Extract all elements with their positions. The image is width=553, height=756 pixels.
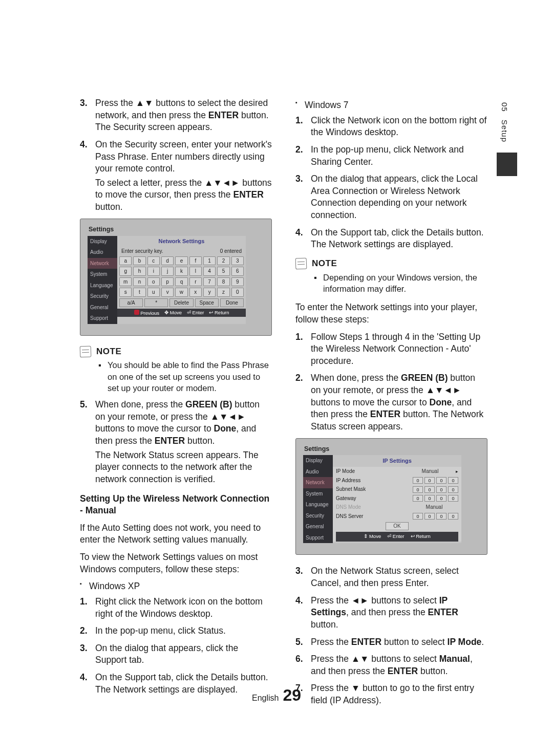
page-footer: English 29 xyxy=(252,686,301,705)
step-number: 5. xyxy=(295,636,306,649)
step-number: 2. xyxy=(80,625,90,637)
key: z xyxy=(217,288,229,297)
note-heading: NOTE xyxy=(295,258,487,270)
key-action: Delete xyxy=(169,298,193,308)
step-text: On the dialog that appears, click the Lo… xyxy=(311,173,487,222)
key: 6 xyxy=(231,267,244,276)
side-chapter: 05 xyxy=(500,102,509,112)
key: l xyxy=(189,267,202,276)
ip-label: DNS Mode xyxy=(336,504,410,511)
step-text: Press the ▼ button to go to the first en… xyxy=(311,682,487,706)
list-item: 3.On the dialog that appears, click the … xyxy=(80,642,272,666)
ip-value: 0000 xyxy=(413,513,458,520)
entered-count: 0 entered xyxy=(220,248,242,255)
ip-octet: 0 xyxy=(413,495,423,502)
list-item: 2.In the pop-up menu, click Status. xyxy=(80,625,272,637)
note-icon xyxy=(80,346,92,358)
note-label: NOTE xyxy=(312,258,337,270)
note-icon xyxy=(295,258,307,270)
legend-item: ⇕ Move xyxy=(364,533,381,540)
ip-octet: 0 xyxy=(448,486,458,493)
on-screen-keyboard: abcdef123ghijkl456mnopqr789stuvwxyz0a/A*… xyxy=(117,256,246,317)
key: d xyxy=(161,256,174,266)
step-text: On the Support tab, click the Details bu… xyxy=(95,672,272,696)
step-number: 4. xyxy=(80,139,90,213)
ip-value: 0000 xyxy=(413,477,458,484)
ip-octet: 0 xyxy=(436,486,446,493)
key: 4 xyxy=(203,267,216,276)
key: g xyxy=(119,267,132,276)
panel-title: Network Settings xyxy=(117,236,246,247)
key: x xyxy=(189,288,202,297)
key: 5 xyxy=(217,267,229,276)
key: t xyxy=(133,288,145,297)
key: k xyxy=(175,267,187,276)
ip-octet: 0 xyxy=(436,477,446,484)
settings-screen-ip: Settings DisplayAudioNetworkSystemLangua… xyxy=(295,438,487,555)
ip-label: Gateway xyxy=(336,495,413,502)
bullet-icon: ▪ xyxy=(98,359,103,394)
menu-item: Network xyxy=(88,258,117,269)
step-number: 2. xyxy=(295,372,306,433)
ip-value: 0000 xyxy=(413,495,458,502)
tv-title: Settings xyxy=(89,225,246,234)
windows-xp-label: Windows XP xyxy=(89,580,140,593)
step-text: In the pop-up menu, click Network and Sh… xyxy=(311,144,487,168)
triangle-icon: ▪ xyxy=(295,99,301,111)
ip-value: Manual▸ xyxy=(406,468,458,475)
step-number: 3. xyxy=(80,642,90,666)
key: 8 xyxy=(217,277,229,287)
ordered-list: 5.When done, press the GREEN (B) button … xyxy=(80,399,272,485)
step-number: 4. xyxy=(295,595,306,631)
step-number: 4. xyxy=(80,672,90,696)
heading-manual: Setting Up the Wireless Network Connecti… xyxy=(80,493,272,517)
key: 2 xyxy=(217,256,229,266)
note-label: NOTE xyxy=(96,346,121,358)
key: y xyxy=(203,288,216,297)
ok-button: OK xyxy=(386,522,408,530)
legend-item: Previous xyxy=(134,310,160,317)
tv-panel: Network Settings Enter security key. 0 e… xyxy=(117,236,246,324)
key: n xyxy=(133,277,145,287)
step-text: In the pop-up menu, click Status. xyxy=(95,625,272,637)
list-item: 1.Click the Network icon on the bottom r… xyxy=(295,115,487,139)
key: c xyxy=(147,256,160,266)
ip-label: Subnet Mask xyxy=(336,486,413,493)
ip-octet: 0 xyxy=(436,495,446,502)
step-text: When done, press the GREEN (B) button on… xyxy=(311,372,487,433)
list-item: 2.When done, press the GREEN (B) button … xyxy=(295,372,487,433)
list-item: 4.On the Security screen, enter your net… xyxy=(80,139,272,213)
step-number: 3. xyxy=(80,97,90,134)
key: e xyxy=(175,256,187,266)
key: p xyxy=(161,277,174,287)
menu-item: Audio xyxy=(303,466,333,478)
step-text: On the Support tab, click the Details bu… xyxy=(311,227,487,251)
enter-label: Enter security key. xyxy=(121,248,163,255)
menu-item: Support xyxy=(303,532,333,544)
key: a xyxy=(119,256,132,266)
menu-item: Network xyxy=(303,477,333,488)
step-text: Right click the Network icon on the bott… xyxy=(95,596,272,620)
right-column: ▪ Windows 7 1.Click the Network icon on … xyxy=(295,97,487,712)
key-action: Done xyxy=(220,298,244,308)
key: 3 xyxy=(231,256,244,266)
menu-item: Support xyxy=(88,313,117,324)
ip-row: Gateway0000 xyxy=(336,494,458,503)
ip-octet: 0 xyxy=(436,513,446,520)
menu-item: Language xyxy=(303,499,333,510)
ip-fields-list: IP ModeManual▸IP Address0000Subnet Mask0… xyxy=(333,467,461,541)
key: w xyxy=(175,288,187,297)
ip-octet: 0 xyxy=(448,495,458,502)
ip-value: 0000 xyxy=(413,486,458,493)
legend-item: ↩ Return xyxy=(209,310,229,317)
ip-label: DNS Server xyxy=(336,513,413,520)
bullet-heading: ▪ Windows XP xyxy=(80,580,272,593)
menu-item: Display xyxy=(88,236,117,247)
note-body: ▪ Depending on your Windows version, the… xyxy=(295,272,487,295)
bullet-heading: ▪ Windows 7 xyxy=(295,99,487,112)
tv-menu: DisplayAudioNetworkSystemLanguageSecurit… xyxy=(88,236,117,324)
step-number: 4. xyxy=(295,227,306,251)
ip-row: DNS Server0000 xyxy=(336,512,458,521)
key: s xyxy=(119,288,132,297)
key-action: * xyxy=(144,298,168,308)
